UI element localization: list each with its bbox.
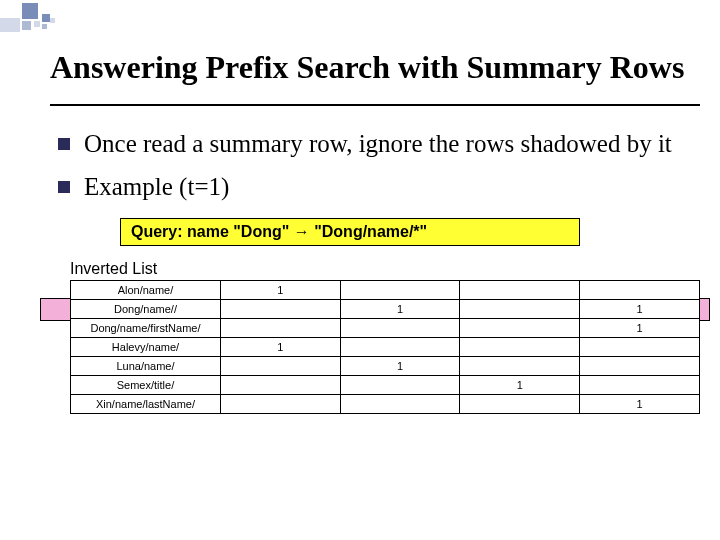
table-row: Alon/name/1 [71, 281, 700, 300]
query-prefix: Query: name "Dong" [131, 223, 294, 240]
title-underline [50, 104, 700, 106]
table-row: Luna/name/1 [71, 357, 700, 376]
row-cell [340, 395, 460, 414]
inverted-list-table: Alon/name/1Dong/name//11Dong/name/firstN… [70, 280, 700, 414]
bullet-text: Once read a summary row, ignore the rows… [84, 128, 700, 159]
row-cell [340, 319, 460, 338]
table-row: Xin/name/lastName/1 [71, 395, 700, 414]
row-cell [220, 376, 340, 395]
row-cell: 1 [580, 395, 700, 414]
bullet-text: Example (t=1) [84, 171, 700, 202]
bullet-item: Example (t=1) [58, 171, 700, 202]
row-cell: 1 [340, 300, 460, 319]
row-cell: 1 [580, 300, 700, 319]
bullet-list: Once read a summary row, ignore the rows… [58, 128, 700, 203]
row-cell [340, 281, 460, 300]
table-row: Halevy/name/1 [71, 338, 700, 357]
row-cell [460, 281, 580, 300]
row-key: Halevy/name/ [71, 338, 221, 357]
row-cell [460, 319, 580, 338]
row-cell [580, 281, 700, 300]
row-cell [460, 338, 580, 357]
table-row: Dong/name/firstName/1 [71, 319, 700, 338]
row-cell [340, 376, 460, 395]
inverted-list-label: Inverted List [70, 260, 700, 278]
row-cell: 1 [580, 319, 700, 338]
query-box: Query: name "Dong" → "Dong/name/*" [120, 218, 580, 246]
row-cell: 1 [340, 357, 460, 376]
query-suffix: "Dong/name/*" [310, 223, 427, 240]
row-cell [460, 357, 580, 376]
row-cell [220, 395, 340, 414]
slide-content: Answering Prefix Search with Summary Row… [50, 50, 700, 414]
bullet-icon [58, 138, 70, 150]
row-cell [220, 319, 340, 338]
row-cell [340, 338, 460, 357]
arrow-icon: → [294, 223, 310, 240]
table-row: Dong/name//11 [71, 300, 700, 319]
row-cell [460, 300, 580, 319]
row-key: Alon/name/ [71, 281, 221, 300]
row-key: Dong/name/firstName/ [71, 319, 221, 338]
row-cell [460, 395, 580, 414]
row-cell: 1 [220, 338, 340, 357]
bullet-item: Once read a summary row, ignore the rows… [58, 128, 700, 159]
row-cell [580, 357, 700, 376]
row-cell: 1 [460, 376, 580, 395]
row-cell [220, 300, 340, 319]
inverted-list-table-wrap: Alon/name/1Dong/name//11Dong/name/firstN… [70, 280, 700, 414]
row-key: Semex/title/ [71, 376, 221, 395]
row-key: Dong/name// [71, 300, 221, 319]
row-key: Luna/name/ [71, 357, 221, 376]
table-row: Semex/title/1 [71, 376, 700, 395]
row-cell [220, 357, 340, 376]
bullet-icon [58, 181, 70, 193]
row-cell [580, 376, 700, 395]
row-cell [580, 338, 700, 357]
slide-decoration [0, 0, 150, 35]
slide-title: Answering Prefix Search with Summary Row… [50, 50, 700, 86]
row-cell: 1 [220, 281, 340, 300]
row-key: Xin/name/lastName/ [71, 395, 221, 414]
